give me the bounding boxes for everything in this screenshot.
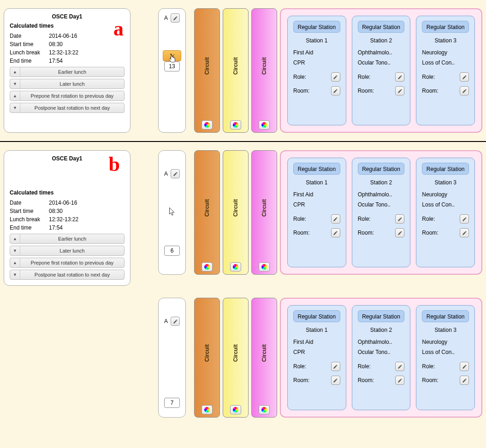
parcour-column: A 6 xyxy=(158,150,186,275)
color-wheel-icon xyxy=(261,407,267,413)
circuit-label: Circuit xyxy=(204,57,210,75)
date-k: Date xyxy=(10,32,49,40)
color-button[interactable] xyxy=(230,262,241,271)
color-button[interactable] xyxy=(230,120,241,130)
station-discipline: First Aid xyxy=(293,49,340,56)
color-wheel-icon xyxy=(233,122,238,128)
room-label: Room: xyxy=(293,88,309,94)
role-edit-button[interactable] xyxy=(331,362,340,371)
room-edit-button[interactable] xyxy=(460,228,469,237)
parcour-edit-button[interactable] xyxy=(171,169,180,178)
station-card-2: Regular Station Station 2 Ophthalmolo.. … xyxy=(352,158,411,267)
parcour-edit-button[interactable] xyxy=(171,13,180,23)
room-edit-button[interactable] xyxy=(460,86,469,95)
circuit-strip-3[interactable]: Circuit xyxy=(251,150,277,275)
role-edit-button[interactable] xyxy=(331,214,340,224)
circuit-strip-3[interactable]: Circuit xyxy=(251,298,277,418)
down-icon: ▼ xyxy=(10,103,20,112)
section-b-row2: A 7 Circuit Circuit Circuit Regular Stat… xyxy=(0,294,486,426)
station-discipline: Neurology xyxy=(422,49,469,56)
end-v: 17:54 xyxy=(49,57,63,65)
circuit-strip-1[interactable]: Circuit xyxy=(194,8,220,133)
parcour-label: A xyxy=(164,15,168,21)
station-type: Regular Station xyxy=(358,21,405,33)
day-title: OSCE Day1 xyxy=(10,155,124,162)
room-label: Room: xyxy=(422,88,438,94)
station-card-2: Regular Station Station 2 Ophthalmolo.. … xyxy=(352,305,411,410)
role-edit-button[interactable] xyxy=(460,214,469,224)
room-edit-button[interactable] xyxy=(395,86,404,95)
room-edit-button[interactable] xyxy=(395,228,404,237)
circuit-strip-1[interactable]: Circuit xyxy=(194,150,220,275)
room-edit-button[interactable] xyxy=(395,376,404,385)
station-card-2: Regular Station Station 2 Ophthalmolo.. … xyxy=(352,16,411,125)
prepone-button[interactable]: ▲Prepone first rotation to previous day xyxy=(10,258,124,268)
day-title: OSCE Day1 xyxy=(10,13,124,20)
role-label: Role: xyxy=(358,74,371,80)
room-label: Room: xyxy=(358,88,374,94)
up-icon: ▲ xyxy=(10,91,20,100)
station-topic: Loss of Con.. xyxy=(422,59,469,66)
color-button[interactable] xyxy=(259,262,270,271)
room-edit-button[interactable] xyxy=(460,376,469,385)
station-name: Station 1 xyxy=(293,37,340,44)
circuit-strips: Circuit Circuit Circuit xyxy=(194,8,280,133)
station-panel: Regular Station Station 1 First Aid CPR … xyxy=(280,150,482,275)
circuit-strip-2[interactable]: Circuit xyxy=(223,8,249,133)
role-edit-button[interactable] xyxy=(331,72,340,82)
section-b-row1: b OSCE Day1 Calculated times Date2014-06… xyxy=(0,142,486,294)
color-button[interactable] xyxy=(202,405,213,414)
end-k: End time xyxy=(10,57,49,65)
info-card: b OSCE Day1 Calculated times Date2014-06… xyxy=(4,150,130,286)
role-edit-button[interactable] xyxy=(395,214,404,224)
color-button[interactable] xyxy=(202,120,213,130)
color-button[interactable] xyxy=(202,262,213,271)
up-icon: ▲ xyxy=(10,67,20,77)
station-panel: Regular Station Station 1 First Aid CPR … xyxy=(280,298,482,418)
circuit-strip-2[interactable]: Circuit xyxy=(223,150,249,275)
role-edit-button[interactable] xyxy=(395,72,404,82)
circuit-strip-2[interactable]: Circuit xyxy=(223,298,249,418)
color-wheel-icon xyxy=(204,407,210,413)
station-card-3: Regular Station Station 3 Neurology Loss… xyxy=(416,158,475,267)
color-wheel-icon xyxy=(261,264,267,270)
station-panel: Regular Station Station 1 First Aid CPR … xyxy=(280,8,482,133)
role-edit-button[interactable] xyxy=(395,362,404,371)
room-edit-button[interactable] xyxy=(331,376,340,385)
later-lunch-button[interactable]: ▼Later lunch xyxy=(10,246,124,256)
info-card: a OSCE Day1 Calculated times Date2014-06… xyxy=(4,8,130,133)
parcour-count: 6 xyxy=(164,246,180,256)
earlier-lunch-button[interactable]: ▲Earlier lunch xyxy=(10,67,124,77)
parcour-count: 7 xyxy=(164,398,180,408)
marker-a: a xyxy=(113,17,124,41)
role-edit-button[interactable] xyxy=(460,362,469,371)
circuit-strip-3[interactable]: Circuit xyxy=(251,8,277,133)
parcour-edit-button[interactable] xyxy=(171,317,180,326)
station-type: Regular Station xyxy=(293,21,340,33)
circuit-label: Circuit xyxy=(261,57,267,75)
earlier-lunch-button[interactable]: ▲Earlier lunch xyxy=(10,234,124,244)
color-wheel-icon xyxy=(204,122,210,128)
color-wheel-icon xyxy=(261,122,267,128)
down-icon: ▼ xyxy=(10,79,20,88)
prepone-button[interactable]: ▲Prepone first rotation to previous day xyxy=(10,91,124,101)
station-card-1: Regular Station Station 1 First Aid CPR … xyxy=(287,158,346,267)
room-edit-button[interactable] xyxy=(331,86,340,95)
parcour-column: A 13 xyxy=(158,8,186,133)
circuit-label: Circuit xyxy=(232,57,239,75)
station-card-3: Regular Station Station 3 Neurology Loss… xyxy=(416,16,475,125)
station-topic: CPR xyxy=(293,59,340,66)
role-edit-button[interactable] xyxy=(460,72,469,82)
room-edit-button[interactable] xyxy=(331,228,340,237)
color-wheel-icon xyxy=(204,264,210,270)
calc-label: Calculated times xyxy=(10,189,124,196)
color-button[interactable] xyxy=(259,120,270,130)
parcour-label: A xyxy=(164,318,168,324)
postpone-button[interactable]: ▼Postpone last rotation to next day xyxy=(10,270,124,280)
later-lunch-button[interactable]: ▼Later lunch xyxy=(10,79,124,89)
postpone-button[interactable]: ▼Postpone last rotation to next day xyxy=(10,103,124,113)
color-button[interactable] xyxy=(259,405,270,414)
color-button[interactable] xyxy=(230,405,241,414)
station-card-1: Regular Station Station 1 First Aid CPR … xyxy=(287,305,346,410)
circuit-strip-1[interactable]: Circuit xyxy=(194,298,220,418)
